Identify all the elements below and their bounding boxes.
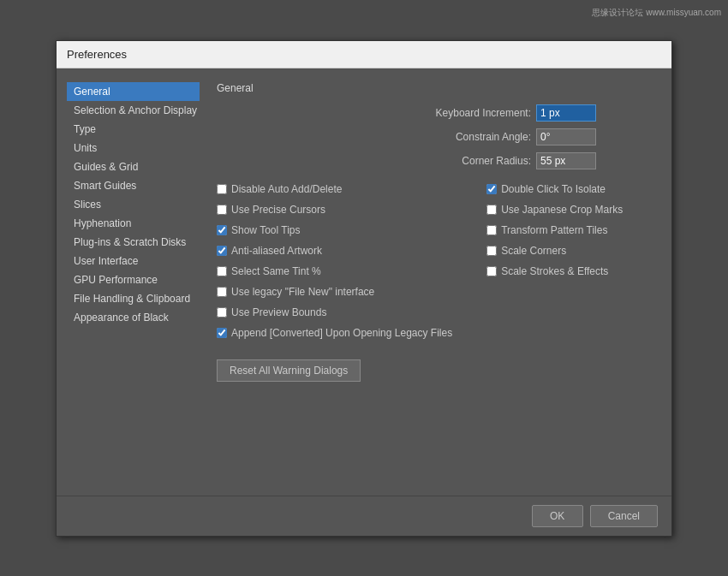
checkbox-double-click-isolate[interactable]: Double Click To Isolate [486, 183, 623, 195]
checkbox-select-same-tint[interactable]: Select Same Tint % [217, 265, 452, 277]
checkbox-append-converted[interactable]: Append [Converted] Upon Opening Legacy F… [217, 327, 452, 339]
checkbox-anti-aliased-artwork[interactable]: Anti-aliased Artwork [217, 245, 452, 257]
dialog-title: Preferences [67, 48, 127, 61]
keyboard-increment-row: Keyboard Increment: [217, 104, 647, 122]
sidebar-item-hyphenation[interactable]: Hyphenation [67, 214, 200, 233]
corner-radius-input[interactable] [536, 152, 596, 169]
sidebar-item-file-handling-clipboard[interactable]: File Handling & Clipboard [67, 289, 200, 308]
constrain-angle-label: Constrain Angle: [456, 131, 531, 143]
checkbox-use-preview-bounds[interactable]: Use Preview Bounds [217, 306, 452, 318]
corner-radius-label: Corner Radius: [462, 155, 531, 167]
watermark-text: 思缘设计论坛 www.missyuan.com [592, 7, 721, 19]
sidebar-item-slices[interactable]: Slices [67, 195, 200, 214]
keyboard-increment-label: Keyboard Increment: [436, 107, 531, 119]
dialog-body: GeneralSelection & Anchor DisplayTypeUni… [57, 68, 671, 496]
checkbox-show-tool-tips[interactable]: Show Tool Tips [217, 224, 452, 236]
sidebar-item-selection-anchor-display[interactable]: Selection & Anchor Display [67, 101, 200, 120]
content-area: General Keyboard Increment: Constrain An… [200, 79, 661, 485]
checkbox-col-left: Disable Auto Add/Delete Use Precise Curs… [217, 183, 452, 339]
constrain-angle-input[interactable] [536, 128, 596, 145]
checkbox-scale-corners[interactable]: Scale Corners [486, 245, 623, 257]
keyboard-increment-input[interactable] [536, 104, 596, 122]
checkbox-use-precise-cursors[interactable]: Use Precise Cursors [217, 204, 452, 216]
sidebar-item-units[interactable]: Units [67, 139, 200, 157]
section-title: General [217, 82, 647, 94]
sidebar-item-general[interactable]: General [67, 82, 200, 101]
dialog-footer: OK Cancel [57, 496, 671, 536]
sidebar-item-guides-grid[interactable]: Guides & Grid [67, 157, 200, 176]
checkboxes-area: Disable Auto Add/Delete Use Precise Curs… [217, 183, 647, 339]
dialog-title-bar: Preferences [57, 41, 671, 68]
sidebar-item-type[interactable]: Type [67, 120, 200, 139]
checkbox-scale-strokes-effects[interactable]: Scale Strokes & Effects [486, 265, 623, 277]
sidebar-item-plug-ins-scratch-disks[interactable]: Plug-ins & Scratch Disks [67, 233, 200, 252]
checkbox-disable-auto-add-delete[interactable]: Disable Auto Add/Delete [217, 183, 452, 195]
sidebar-item-gpu-performance[interactable]: GPU Performance [67, 270, 200, 289]
sidebar-item-smart-guides[interactable]: Smart Guides [67, 176, 200, 195]
checkbox-transform-pattern-tiles[interactable]: Transform Pattern Tiles [486, 224, 623, 236]
sidebar-item-appearance-of-black[interactable]: Appearance of Black [67, 308, 200, 327]
sidebar: GeneralSelection & Anchor DisplayTypeUni… [67, 79, 200, 485]
reset-warning-dialogs-button[interactable]: Reset All Warning Dialogs [217, 359, 361, 382]
cancel-button[interactable]: Cancel [590, 505, 658, 527]
checkbox-use-legacy-file-new[interactable]: Use legacy "File New" interface [217, 286, 452, 298]
constrain-angle-row: Constrain Angle: [217, 128, 647, 145]
ok-button[interactable]: OK [532, 505, 583, 527]
sidebar-item-user-interface[interactable]: User Interface [67, 252, 200, 270]
checkbox-col-right: Double Click To Isolate Use Japanese Cro… [486, 183, 623, 339]
preferences-dialog: Preferences GeneralSelection & Anchor Di… [56, 40, 672, 537]
checkbox-japanese-crop-marks[interactable]: Use Japanese Crop Marks [486, 204, 623, 216]
corner-radius-row: Corner Radius: [217, 152, 647, 169]
